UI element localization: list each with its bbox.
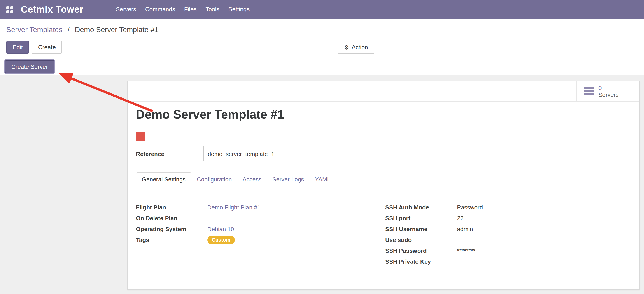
button-box: 0 Servers xyxy=(128,81,640,102)
operating-system-label: Operating System xyxy=(136,225,207,232)
ssh-auth-mode-value: Password xyxy=(452,202,588,213)
ssh-password-label: SSH Password xyxy=(385,247,452,254)
apps-grid-dot xyxy=(10,10,13,13)
breadcrumb: Server Templates / Demo Server Template … xyxy=(6,26,158,34)
field-row-operating-system: Operating System Debian 10 xyxy=(136,223,375,234)
create-server-button[interactable]: Create Server xyxy=(5,60,54,73)
servers-count: 0 xyxy=(598,85,619,91)
tags-label: Tags xyxy=(136,236,207,243)
field-row-on-delete-plan: On Delete Plan xyxy=(136,213,375,223)
app-window: Cetmix Tower Servers Commands Files Tool… xyxy=(0,0,644,294)
record-buttons: Edit Create xyxy=(6,41,62,54)
field-row-flight-plan: Flight Plan Demo Flight Plan #1 xyxy=(136,202,375,213)
ssh-private-key-label: SSH Private Key xyxy=(385,258,452,265)
tag-custom[interactable]: Custom xyxy=(207,235,235,244)
reference-label: Reference xyxy=(136,151,203,157)
breadcrumb-parent-link[interactable]: Server Templates xyxy=(6,26,62,34)
field-row-ssh-auth-mode: SSH Auth Mode Password xyxy=(385,202,588,213)
menu-files[interactable]: Files xyxy=(180,0,201,19)
action-button-label: Action xyxy=(352,44,368,51)
ssh-password-value: ******** xyxy=(452,245,588,256)
menu-tools[interactable]: Tools xyxy=(201,0,224,19)
ssh-auth-mode-label: SSH Auth Mode xyxy=(385,204,452,211)
right-field-group: SSH Auth Mode Password SSH port 22 SSH U… xyxy=(385,202,588,267)
top-navbar: Cetmix Tower Servers Commands Files Tool… xyxy=(0,0,644,19)
apps-grid-dot xyxy=(6,10,9,13)
operating-system-link[interactable]: Debian 10 xyxy=(207,225,234,232)
tab-access[interactable]: Access xyxy=(237,172,267,186)
flight-plan-label: Flight Plan xyxy=(136,204,207,211)
flight-plan-link[interactable]: Demo Flight Plan #1 xyxy=(207,204,260,211)
apps-grid-icon[interactable] xyxy=(6,6,13,13)
apps-grid-dot xyxy=(6,6,9,9)
edit-button[interactable]: Edit xyxy=(6,41,29,54)
breadcrumb-separator: / xyxy=(68,26,70,34)
ssh-port-label: SSH port xyxy=(385,215,452,221)
main-menu: Servers Commands Files Tools Settings xyxy=(111,0,254,19)
ssh-username-label: SSH Username xyxy=(385,225,452,232)
field-row-ssh-port: SSH port 22 xyxy=(385,213,588,223)
menu-servers[interactable]: Servers xyxy=(111,0,141,19)
form-sheet: 0 Servers Demo Server Template #1 Refere… xyxy=(127,81,640,290)
tab-general-settings[interactable]: General Settings xyxy=(136,172,192,186)
color-swatch[interactable] xyxy=(136,132,145,141)
field-row-ssh-password: SSH Password ******** xyxy=(385,245,588,256)
reference-value: demo_server_template_1 xyxy=(203,146,274,162)
form-header-bar: Create Server xyxy=(0,58,644,75)
gear-icon: ⚙ xyxy=(344,45,349,50)
menu-commands[interactable]: Commands xyxy=(141,0,180,19)
control-panel: Server Templates / Demo Server Template … xyxy=(0,19,644,58)
action-button[interactable]: ⚙ Action xyxy=(338,41,374,54)
apps-grid-dot xyxy=(10,6,13,9)
app-brand[interactable]: Cetmix Tower xyxy=(21,4,83,15)
ssh-port-value: 22 xyxy=(452,213,588,223)
tab-yaml[interactable]: YAML xyxy=(309,172,336,186)
notebook-tabs: General Settings Configuration Access Se… xyxy=(136,172,631,186)
servers-stat-button[interactable]: 0 Servers xyxy=(576,81,640,101)
field-row-use-sudo: Use sudo xyxy=(385,234,588,245)
stat-text: 0 Servers xyxy=(598,85,619,98)
on-delete-plan-label: On Delete Plan xyxy=(136,215,207,221)
breadcrumb-current: Demo Server Template #1 xyxy=(75,26,158,34)
use-sudo-value xyxy=(452,234,588,245)
field-row-tags: Tags Custom xyxy=(136,234,375,245)
menu-settings[interactable]: Settings xyxy=(224,0,254,19)
record-title: Demo Server Template #1 xyxy=(136,108,284,122)
field-row-ssh-username: SSH Username admin xyxy=(385,223,588,234)
reference-field: Reference demo_server_template_1 xyxy=(136,146,274,162)
use-sudo-label: Use sudo xyxy=(385,236,452,243)
field-row-ssh-private-key: SSH Private Key xyxy=(385,256,588,267)
form-view-background: 0 Servers Demo Server Template #1 Refere… xyxy=(0,75,644,294)
server-stack-icon xyxy=(584,87,594,96)
tab-server-logs[interactable]: Server Logs xyxy=(267,172,309,186)
ssh-username-value: admin xyxy=(452,223,588,234)
left-field-group: Flight Plan Demo Flight Plan #1 On Delet… xyxy=(136,202,375,245)
create-button[interactable]: Create xyxy=(32,41,62,54)
servers-count-label: Servers xyxy=(598,91,619,98)
tab-configuration[interactable]: Configuration xyxy=(192,172,237,186)
ssh-private-key-value xyxy=(452,256,588,267)
